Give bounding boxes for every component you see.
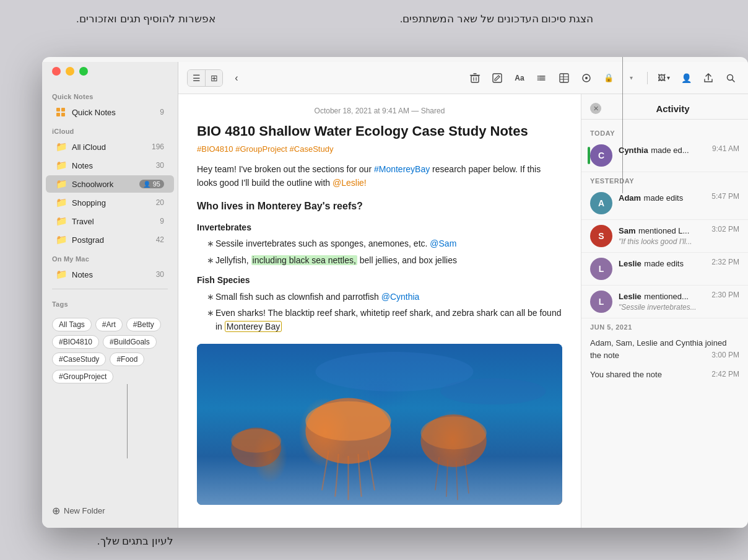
sidebar-item-quick-notes[interactable]: Quick Notes 9 [46,103,174,121]
folder-icon-mac-notes: 📁 [56,269,67,280]
tag-bio4810[interactable]: #BIO4810 [52,335,99,349]
icloud-notes-count: 30 [156,161,164,170]
svg-point-27 [420,416,486,449]
svg-point-21 [585,77,588,79]
note-content[interactable]: October 18, 2021 at 9:41 AM — Shared BIO… [178,94,581,528]
tag-betty[interactable]: #Betty [126,318,161,331]
svg-rect-2 [56,113,60,116]
sidebar-item-schoolwork[interactable]: 📁 Schoolwork 👤 95 [46,175,174,193]
sidebar-item-mac-notes[interactable]: 📁 Notes 30 [46,266,174,283]
fish-list: Small fish such as clownfish and parrotf… [197,290,562,334]
note-intro-paragraph: Hey team! I've broken out the sections f… [197,162,562,190]
sidebar-item-all-icloud[interactable]: 📁 All iCloud 196 [46,138,174,155]
invertebrates-heading: Invertebrates [197,221,562,234]
activity-shared-note: You shared the note 2:42 PM [581,365,748,385]
cynthia-activity-text: Cynthia made ed... [619,144,706,155]
note-title: BIO 4810 Shallow Water Ecology Case Stud… [197,123,562,141]
sidebar-item-postgrad[interactable]: 📁 Postgrad 42 [46,231,174,248]
table-button[interactable] [555,69,573,87]
list-style-button[interactable] [533,69,550,87]
new-folder-icon: ⊕ [52,505,60,517]
tags-grid: All Tags #Art #Betty #BIO4810 #BuildGoal… [52,318,168,383]
compose-button[interactable] [489,69,506,87]
annotation-line-tags [127,384,128,458]
folder-icon-schoolwork: 📁 [56,178,67,190]
tag-casestudy[interactable]: #CaseStudy [52,352,106,366]
sidebar-item-shopping[interactable]: 📁 Shopping 20 [46,194,174,211]
annotation-top-left: אפשרות להוסיף תגים ואזכורים. [42,11,215,27]
tags-section: All Tags #Art #Betty #BIO4810 #BuildGoal… [42,310,178,387]
lock-button[interactable]: 🔒 [600,69,617,87]
activity-list: TODAY C Cynthia made ed... 9:41 AM [581,120,748,528]
leslie-mention-quote: "Sessile invertebrates... [619,303,705,312]
fish-item-1: Small fish such as clownfish and parrotf… [207,290,562,304]
highlight-black-sea-nettles: including black sea nettles, [251,255,357,265]
activity-header: ✕ Activity [581,94,748,120]
activity-panel: ✕ Activity TODAY C Cynthia [581,94,748,528]
folder-icon: 📁 [56,141,67,152]
svg-point-29 [231,429,281,452]
svg-rect-3 [61,113,65,116]
annotation-top-right: הצגת סיכום העדכונים של שאר המשתתפים. [395,11,593,27]
svg-point-31 [440,378,546,405]
adam-activity-time: 5:47 PM [711,192,739,201]
lock-chevron[interactable]: ▾ [622,69,640,87]
leslie-avatar-2: L [590,291,612,313]
folder-icon-travel: 📁 [56,216,67,227]
grid-view-button[interactable]: ⊞ [205,70,222,86]
today-label: TODAY [581,125,748,139]
close-button[interactable] [52,67,61,76]
shared-time: 2:42 PM [711,369,739,380]
new-folder-button[interactable]: ⊕ New Folder [42,500,178,522]
font-button[interactable]: Aa [511,69,528,87]
tag-groupproject[interactable]: #GroupProject [52,370,113,383]
annotation-bottom-left: לעיון בתגים שלך. [37,533,173,549]
cynthia-avatar: C [590,144,612,167]
invertebrates-list: Sessile invertebrates such as sponges, a… [197,237,562,267]
activity-joined-note: Adam, Sam, Leslie and Cynthia joined the… [581,333,748,365]
leslie-mention-text: Leslie mentioned... "Sessile invertebrat… [619,291,705,312]
leslie-avatar-1: L [590,258,612,280]
collaborate-button[interactable]: 👤 [677,69,695,87]
monterey-bay-link[interactable]: #MontereyBay [374,164,430,174]
fish-species-heading: Fish Species [197,273,562,287]
sidebar: Quick Notes Quick Notes 9 iCloud 📁 All [42,62,178,528]
svg-rect-4 [471,76,479,82]
tag-all-tags[interactable]: All Tags [52,318,92,331]
cynthia-mention: @Cynthia [381,292,420,302]
svg-rect-1 [61,108,65,112]
quick-notes-section-label: Quick Notes [42,87,178,103]
photo-button[interactable]: 🖼 ▾ [655,69,672,87]
tag-buildgoals[interactable]: #BuildGoals [103,335,157,349]
delete-button[interactable] [466,69,484,87]
sidebar-item-icloud-notes[interactable]: 📁 Notes 30 [46,157,174,174]
fish-item-2: Even sharks! The blacktip reef shark, wh… [207,306,562,334]
svg-rect-0 [56,108,60,112]
share-button[interactable] [700,69,717,87]
list-view-button[interactable]: ☰ [188,70,205,86]
note-jellyfish-image [197,344,562,505]
svg-line-23 [733,79,735,82]
fullscreen-button[interactable] [79,67,88,76]
note-activity-container: October 18, 2021 at 9:41 AM — Shared BIO… [178,94,748,528]
sam-activity-time: 3:02 PM [711,225,739,234]
activity-item-sam: S Sam mentioned L... "If this looks good… [581,220,748,253]
sam-activity-text: Sam mentioned L... "If this looks good I… [619,225,705,246]
back-button[interactable]: ‹ [228,69,245,87]
tag-art[interactable]: #Art [95,318,123,331]
tag-food[interactable]: #Food [110,352,144,366]
sidebar-item-travel[interactable]: 📁 Travel 9 [46,212,174,230]
new-folder-label: New Folder [64,506,105,515]
minimize-button[interactable] [66,67,74,76]
schoolwork-label: Schoolwork [72,180,139,189]
jun-label: JUN 5, 2021 [581,318,748,333]
postgrad-count: 42 [156,235,164,244]
activity-item-leslie-mention: L Leslie mentioned... "Sessile invertebr… [581,286,748,318]
travel-count: 9 [160,217,164,225]
link-button[interactable] [578,69,595,87]
search-button[interactable] [722,69,739,87]
sam-avatar: S [590,225,612,247]
folder-icon-postgrad: 📁 [56,234,67,245]
quick-notes-count: 9 [160,108,164,116]
activity-close-button[interactable]: ✕ [590,103,601,114]
